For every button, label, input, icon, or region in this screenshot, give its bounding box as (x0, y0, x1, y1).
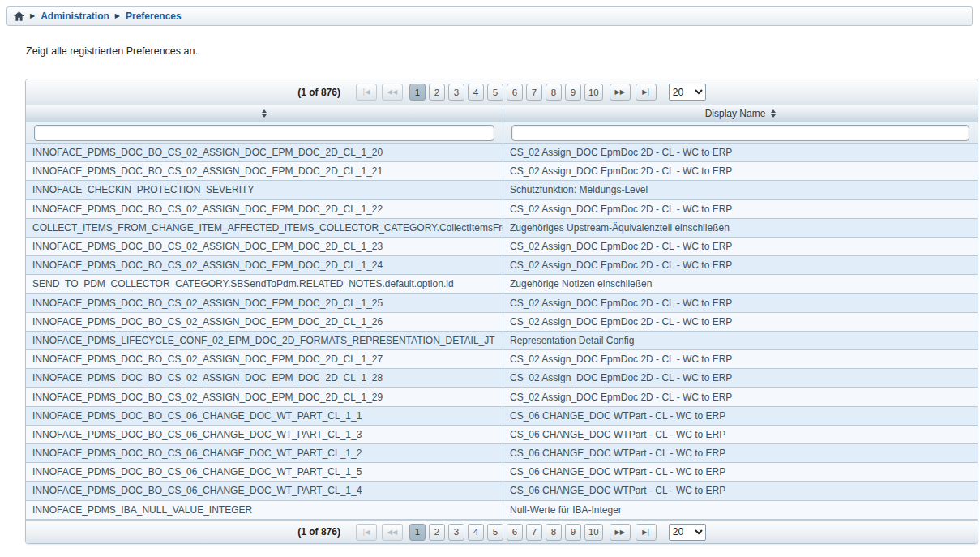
table-row[interactable]: INNOFACE_PDMS_DOC_BO_CS_02_ASSIGN_DOC_EP… (26, 256, 978, 275)
page-button-4[interactable]: 4 (468, 524, 484, 541)
page-button-1[interactable]: 1 (409, 524, 426, 541)
last-page-icon: ▶| (642, 529, 649, 536)
cell-display-name: Zugehöriges Upstream-Äquivalenzteil eins… (503, 219, 978, 237)
table-row[interactable]: COLLECT_ITEMS_FROM_CHANGE_ITEM_AFFECTED_… (26, 219, 978, 238)
table-row[interactable]: SEND_TO_PDM_COLLECTOR_CATEGORY.SBSendToP… (26, 275, 978, 293)
next-page-button[interactable]: ▶▶ (610, 524, 631, 541)
table-row[interactable]: INNOFACE_PDMS_DOC_BO_CS_06_CHANGE_DOC_WT… (26, 463, 978, 482)
table-filter-row (26, 122, 978, 144)
page-button-5[interactable]: 5 (487, 84, 503, 101)
table-row[interactable]: INNOFACE_PDMS_DOC_BO_CS_02_ASSIGN_DOC_EP… (26, 350, 978, 369)
table-row[interactable]: INNOFACE_PDMS_DOC_BO_CS_02_ASSIGN_DOC_EP… (26, 313, 978, 332)
breadcrumb-link-preferences[interactable]: Preferences (126, 11, 182, 22)
prev-page-button[interactable]: ◀◀ (382, 524, 403, 541)
page-button-7[interactable]: 7 (526, 84, 542, 101)
cell-name: INNOFACE_PDMS_DOC_BO_CS_02_ASSIGN_DOC_EP… (26, 238, 503, 255)
table-row[interactable]: INNOFACE_PDMS_DOC_BO_CS_06_CHANGE_DOC_WT… (26, 482, 978, 500)
page-button-8[interactable]: 8 (546, 524, 562, 541)
paginator-bottom: (1 of 876) |◀ ◀◀ 12345678910 ▶▶ ▶| 20 (26, 520, 978, 543)
table-row[interactable]: INNOFACE_PDMS_DOC_BO_CS_02_ASSIGN_DOC_EP… (26, 200, 978, 219)
cell-display-name: CS_06 CHANGE_DOC WTPart - CL - WC to ERP (503, 482, 978, 499)
table-row[interactable]: INNOFACE_PDMS_DOC_BO_CS_02_ASSIGN_DOC_EP… (26, 238, 978, 256)
next-page-button[interactable]: ▶▶ (610, 84, 631, 101)
page-button-2[interactable]: 2 (429, 84, 445, 101)
next-page-icon: ▶▶ (615, 529, 625, 536)
table-row[interactable]: INNOFACE_PDMS_DOC_BO_CS_02_ASSIGN_DOC_EP… (26, 388, 978, 406)
cell-name: INNOFACE_PDMS_DOC_BO_CS_02_ASSIGN_DOC_EP… (26, 388, 503, 405)
page-button-10[interactable]: 10 (584, 524, 603, 541)
page-button-2[interactable]: 2 (429, 524, 445, 541)
cell-name: COLLECT_ITEMS_FROM_CHANGE_ITEM_AFFECTED_… (26, 219, 503, 237)
sort-icon (262, 109, 267, 118)
table-row[interactable]: INNOFACE_PDMS_IBA_NULL_VALUE_INTEGERNull… (26, 501, 978, 520)
table-row[interactable]: INNOFACE_PDMS_DOC_BO_CS_02_ASSIGN_DOC_EP… (26, 294, 978, 313)
table-row[interactable]: INNOFACE_PDMS_DOC_BO_CS_06_CHANGE_DOC_WT… (26, 426, 978, 444)
cell-name: INNOFACE_PDMS_DOC_BO_CS_02_ASSIGN_DOC_EP… (26, 162, 503, 180)
page-button-4[interactable]: 4 (468, 84, 484, 101)
first-page-button[interactable]: |◀ (356, 524, 377, 541)
cell-display-name: CS_02 Assign_DOC EpmDoc 2D - CL - WC to … (503, 313, 978, 331)
prev-page-icon: ◀◀ (387, 88, 397, 96)
last-page-button[interactable]: ▶| (636, 524, 657, 541)
cell-display-name: CS_02 Assign_DOC EpmDoc 2D - CL - WC to … (503, 388, 978, 405)
table-body: INNOFACE_PDMS_DOC_BO_CS_02_ASSIGN_DOC_EP… (26, 144, 978, 520)
chevron-right-icon: ▶ (30, 13, 35, 19)
first-page-button[interactable]: |◀ (356, 84, 377, 101)
cell-display-name: CS_02 Assign_DOC EpmDoc 2D - CL - WC to … (503, 294, 978, 312)
column-header-display-name[interactable]: Display Name (503, 105, 978, 122)
paginator-top: (1 of 876) |◀ ◀◀ 12345678910 ▶▶ ▶| 20 (26, 79, 978, 105)
page-button-3[interactable]: 3 (448, 524, 464, 541)
cell-display-name: Null-Werte für IBA-Integer (503, 501, 978, 519)
page-button-9[interactable]: 9 (565, 524, 581, 541)
filter-cell-display-name (503, 122, 978, 143)
cell-display-name: Schutzfunktion: Meldungs-Level (503, 181, 978, 199)
cell-display-name: CS_06 CHANGE_DOC WTPart - CL - WC to ERP (503, 444, 978, 462)
filter-input-display-name[interactable] (511, 125, 969, 141)
cell-display-name: Zugehörige Notizen einschließen (503, 275, 978, 293)
page-button-3[interactable]: 3 (448, 84, 464, 101)
page-button-7[interactable]: 7 (526, 524, 542, 541)
table-row[interactable]: INNOFACE_PDMS_DOC_BO_CS_06_CHANGE_DOC_WT… (26, 444, 978, 463)
table-row[interactable]: INNOFACE_PDMS_DOC_BO_CS_06_CHANGE_DOC_WT… (26, 407, 978, 426)
table-row[interactable]: INNOFACE_PDMS_DOC_BO_CS_02_ASSIGN_DOC_EP… (26, 144, 978, 162)
cell-display-name: CS_02 Assign_DOC EpmDoc 2D - CL - WC to … (503, 238, 978, 255)
last-page-button[interactable]: ▶| (636, 84, 657, 101)
home-icon[interactable] (14, 11, 24, 21)
table-row[interactable]: INNOFACE_PDMS_DOC_BO_CS_02_ASSIGN_DOC_EP… (26, 162, 978, 181)
filter-input-name[interactable] (34, 125, 494, 141)
table-header-row: Display Name (26, 105, 978, 122)
table-row[interactable]: INNOFACE_CHECKIN_PROTECTION_SEVERITYSchu… (26, 181, 978, 199)
paginator-current-text: (1 of 876) (297, 526, 340, 538)
column-header-name[interactable] (26, 105, 503, 122)
cell-display-name: CS_02 Assign_DOC EpmDoc 2D - CL - WC to … (503, 200, 978, 218)
rows-per-page-select[interactable]: 20 (669, 524, 706, 541)
cell-name: INNOFACE_PDMS_DOC_BO_CS_06_CHANGE_DOC_WT… (26, 482, 503, 499)
table-row[interactable]: INNOFACE_PDMS_LIFECYCLE_CONF_02_EPM_DOC_… (26, 332, 978, 350)
cell-display-name: CS_06 CHANGE_DOC WTPart - CL - WC to ERP (503, 463, 978, 481)
preferences-table-panel: (1 of 876) |◀ ◀◀ 12345678910 ▶▶ ▶| 20 Di… (25, 79, 978, 544)
page-button-10[interactable]: 10 (584, 84, 603, 101)
table-row[interactable]: INNOFACE_PDMS_DOC_BO_CS_02_ASSIGN_DOC_EP… (26, 369, 978, 388)
last-page-icon: ▶| (642, 88, 649, 96)
page-button-6[interactable]: 6 (507, 84, 523, 101)
cell-display-name: CS_02 Assign_DOC EpmDoc 2D - CL - WC to … (503, 369, 978, 387)
cell-name: INNOFACE_PDMS_IBA_NULL_VALUE_INTEGER (26, 501, 503, 519)
rows-per-page-select[interactable]: 20 (669, 84, 706, 101)
page-button-1[interactable]: 1 (409, 84, 426, 101)
page-button-9[interactable]: 9 (565, 84, 581, 101)
cell-name: INNOFACE_PDMS_DOC_BO_CS_02_ASSIGN_DOC_EP… (26, 144, 503, 161)
cell-name: INNOFACE_PDMS_DOC_BO_CS_02_ASSIGN_DOC_EP… (26, 256, 503, 274)
page-button-6[interactable]: 6 (507, 524, 523, 541)
page-description: Zeigt alle registrierten Preferences an. (26, 45, 980, 57)
page-buttons: 12345678910 (409, 524, 603, 541)
cell-name: INNOFACE_PDMS_DOC_BO_CS_06_CHANGE_DOC_WT… (26, 426, 503, 443)
cell-name: INNOFACE_PDMS_DOC_BO_CS_02_ASSIGN_DOC_EP… (26, 350, 503, 368)
column-header-label: Display Name (705, 108, 766, 119)
prev-page-button[interactable]: ◀◀ (382, 84, 403, 101)
next-page-icon: ▶▶ (615, 88, 625, 96)
sort-icon (771, 109, 776, 118)
breadcrumb-link-administration[interactable]: Administration (41, 11, 109, 22)
cell-name: INNOFACE_PDMS_LIFECYCLE_CONF_02_EPM_DOC_… (26, 332, 503, 349)
page-button-8[interactable]: 8 (546, 84, 562, 101)
page-button-5[interactable]: 5 (487, 524, 503, 541)
